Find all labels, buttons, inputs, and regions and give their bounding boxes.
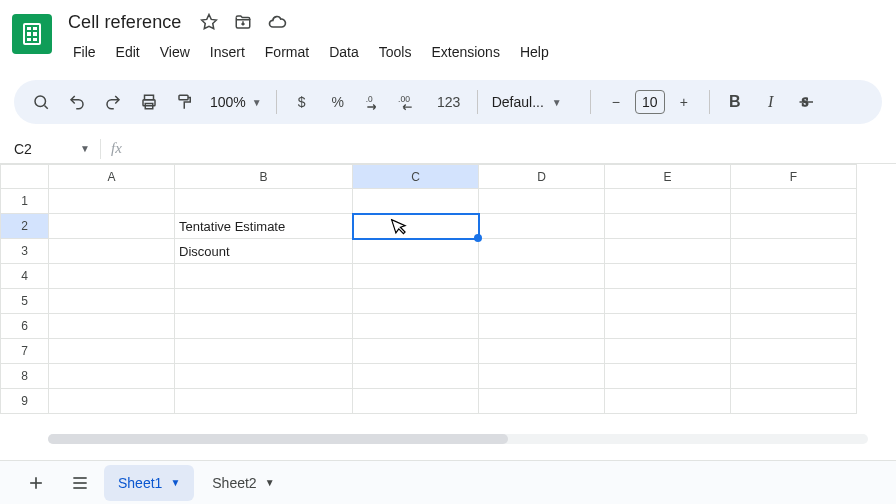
- percent-button[interactable]: %: [321, 86, 355, 118]
- menu-data[interactable]: Data: [320, 40, 368, 64]
- cell[interactable]: [605, 339, 731, 364]
- sheet-tab[interactable]: Sheet2 ▼: [198, 465, 288, 501]
- add-sheet-button[interactable]: [16, 465, 56, 501]
- cell[interactable]: [731, 389, 857, 414]
- cell[interactable]: [353, 389, 479, 414]
- currency-button[interactable]: $: [285, 86, 319, 118]
- star-icon[interactable]: [199, 12, 219, 32]
- decrease-decimal-button[interactable]: .0: [357, 86, 391, 118]
- cell[interactable]: [605, 289, 731, 314]
- bold-button[interactable]: B: [718, 86, 752, 118]
- cell[interactable]: [479, 364, 605, 389]
- name-box[interactable]: C2 ▼: [0, 141, 100, 157]
- horizontal-scrollbar-thumb[interactable]: [48, 434, 508, 444]
- spreadsheet-grid[interactable]: A B C D E F 1 2 Tentative Estimate 3: [0, 164, 857, 414]
- doc-title[interactable]: Cell reference: [64, 12, 185, 33]
- cell[interactable]: [605, 264, 731, 289]
- cell[interactable]: [605, 239, 731, 264]
- cell[interactable]: [479, 339, 605, 364]
- caret-down-icon[interactable]: ▼: [265, 477, 275, 488]
- cell[interactable]: [605, 189, 731, 214]
- cell[interactable]: [353, 314, 479, 339]
- cell[interactable]: [731, 239, 857, 264]
- cell-selected[interactable]: [353, 214, 479, 239]
- all-sheets-button[interactable]: [60, 465, 100, 501]
- col-header[interactable]: E: [605, 165, 731, 189]
- row-header[interactable]: 9: [1, 389, 49, 414]
- italic-button[interactable]: I: [754, 86, 788, 118]
- menu-tools[interactable]: Tools: [370, 40, 421, 64]
- cell[interactable]: [175, 389, 353, 414]
- move-icon[interactable]: [233, 12, 253, 32]
- cell[interactable]: [175, 189, 353, 214]
- row-header[interactable]: 8: [1, 364, 49, 389]
- decrease-font-size-button[interactable]: −: [599, 86, 633, 118]
- cell[interactable]: [731, 339, 857, 364]
- cell[interactable]: [353, 289, 479, 314]
- cell[interactable]: [731, 214, 857, 239]
- menu-format[interactable]: Format: [256, 40, 318, 64]
- cell[interactable]: [353, 339, 479, 364]
- menu-file[interactable]: File: [64, 40, 105, 64]
- horizontal-scrollbar[interactable]: [48, 434, 868, 444]
- increase-font-size-button[interactable]: +: [667, 86, 701, 118]
- row-header[interactable]: 5: [1, 289, 49, 314]
- cell[interactable]: [49, 239, 175, 264]
- font-select[interactable]: Defaul... ▼: [486, 94, 582, 110]
- cell[interactable]: [353, 239, 479, 264]
- increase-decimal-button[interactable]: .00: [393, 86, 427, 118]
- menu-help[interactable]: Help: [511, 40, 558, 64]
- cell[interactable]: [605, 364, 731, 389]
- col-header[interactable]: D: [479, 165, 605, 189]
- cell[interactable]: [175, 314, 353, 339]
- cell[interactable]: [731, 289, 857, 314]
- row-header[interactable]: 3: [1, 239, 49, 264]
- number-format-button[interactable]: 123: [429, 86, 469, 118]
- cell[interactable]: [353, 264, 479, 289]
- cell[interactable]: [731, 264, 857, 289]
- cell[interactable]: [175, 339, 353, 364]
- undo-icon[interactable]: [60, 86, 94, 118]
- cell[interactable]: [49, 389, 175, 414]
- col-header[interactable]: A: [49, 165, 175, 189]
- cell[interactable]: Tentative Estimate: [175, 214, 353, 239]
- select-all-corner[interactable]: [1, 165, 49, 189]
- cell[interactable]: [479, 239, 605, 264]
- cell[interactable]: [605, 214, 731, 239]
- cell[interactable]: [49, 189, 175, 214]
- cell[interactable]: [49, 339, 175, 364]
- redo-icon[interactable]: [96, 86, 130, 118]
- sheet-tab-active[interactable]: Sheet1 ▼: [104, 465, 194, 501]
- cell[interactable]: [353, 189, 479, 214]
- row-header[interactable]: 6: [1, 314, 49, 339]
- cell[interactable]: Discount: [175, 239, 353, 264]
- menu-extensions[interactable]: Extensions: [422, 40, 508, 64]
- cell[interactable]: [479, 389, 605, 414]
- col-header[interactable]: C: [353, 165, 479, 189]
- zoom-select[interactable]: 100% ▼: [204, 94, 268, 110]
- cell[interactable]: [175, 264, 353, 289]
- selection-handle[interactable]: [474, 234, 482, 242]
- cell[interactable]: [605, 389, 731, 414]
- row-header[interactable]: 7: [1, 339, 49, 364]
- cell[interactable]: [49, 264, 175, 289]
- menu-edit[interactable]: Edit: [107, 40, 149, 64]
- row-header[interactable]: 1: [1, 189, 49, 214]
- cell[interactable]: [731, 314, 857, 339]
- cell[interactable]: [49, 314, 175, 339]
- cell[interactable]: [49, 214, 175, 239]
- search-menus-icon[interactable]: [24, 86, 58, 118]
- col-header[interactable]: F: [731, 165, 857, 189]
- formula-bar-input[interactable]: [132, 134, 896, 163]
- cell[interactable]: [49, 364, 175, 389]
- cell[interactable]: [479, 214, 605, 239]
- cell[interactable]: [175, 289, 353, 314]
- cell[interactable]: [605, 314, 731, 339]
- caret-down-icon[interactable]: ▼: [170, 477, 180, 488]
- menu-insert[interactable]: Insert: [201, 40, 254, 64]
- row-header[interactable]: 4: [1, 264, 49, 289]
- cell[interactable]: [731, 364, 857, 389]
- paint-format-icon[interactable]: [168, 86, 202, 118]
- cell[interactable]: [479, 289, 605, 314]
- menu-view[interactable]: View: [151, 40, 199, 64]
